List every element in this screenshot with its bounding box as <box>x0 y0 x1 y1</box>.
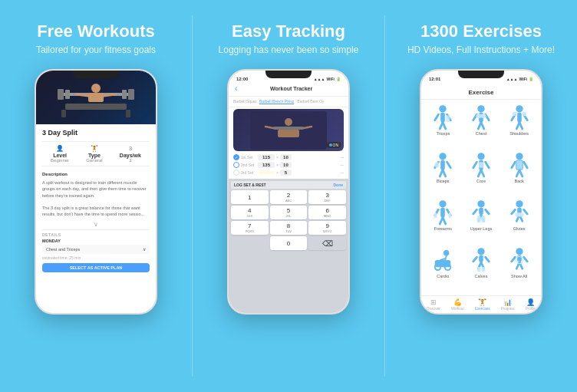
key-9[interactable]: 9WXYZ <box>308 221 346 235</box>
svg-line-67 <box>443 218 446 224</box>
svg-rect-1 <box>61 110 66 117</box>
glutes-label: Glutes <box>513 226 526 231</box>
tab-progress[interactable]: 📊 Progress <box>501 298 515 311</box>
key-5[interactable]: 5JKL <box>270 206 308 219</box>
panel2-subtitle: Logging has never been so simple <box>219 44 359 55</box>
easy-tracking-panel: Easy Tracking Logging has never been so … <box>193 0 384 392</box>
set3-weight[interactable] <box>258 171 275 174</box>
chevron-down-icon[interactable]: ∨ <box>42 221 150 228</box>
day-sub-text: estimated time: 25 min <box>42 255 150 260</box>
svg-point-62 <box>440 200 447 207</box>
keypad-grid: 1 2ABC 3DEF 4GHI 5JKL 6MNO 7PQRS 8TUV 9W… <box>231 190 346 250</box>
bench-press-graphic <box>36 71 156 124</box>
keypad-header: LOG SET & REST Done <box>231 181 346 189</box>
tab-exercises[interactable]: 🏋 Exercises <box>475 298 490 311</box>
exercise-item-triceps[interactable]: Triceps <box>424 103 462 150</box>
phone2: 12:00 ▲▲▲ WiFi 🔋 ‹ Workout Tracker Barbe… <box>227 69 350 315</box>
key-6[interactable]: 6MNO <box>308 206 346 219</box>
exercise-item-cardio[interactable]: Cardio <box>424 245 462 292</box>
svg-line-80 <box>511 209 515 214</box>
svg-line-57 <box>511 162 515 167</box>
svg-point-41 <box>440 153 447 160</box>
exercise-item-chest[interactable]: Chest <box>463 103 500 150</box>
set2-rest: --- <box>340 163 344 167</box>
exercise-item-shoulders[interactable]: Shoulders <box>500 103 538 150</box>
svg-line-23 <box>443 123 446 129</box>
keypad-area: LOG SET & REST Done 1 2ABC 3DEF 4GHI 5JK… <box>229 179 348 313</box>
tab-bench[interactable]: Barbell Bench Press <box>259 99 294 104</box>
set2-weight[interactable]: 135 <box>258 162 275 168</box>
screen-title: Workout Tracker <box>240 86 342 91</box>
tab-bent[interactable]: Barbell Bent Ov <box>297 99 324 104</box>
exercise-item-back[interactable]: Back <box>500 150 538 197</box>
on-label: ON <box>333 143 339 147</box>
calves-label: Calves <box>475 274 488 278</box>
phone2-content: 12:00 ▲▲▲ WiFi 🔋 ‹ Workout Tracker Barbe… <box>229 71 348 313</box>
key-3[interactable]: 3DEF <box>308 190 346 204</box>
key-2[interactable]: 2ABC <box>270 190 308 204</box>
upper-legs-label: Upper Legs <box>470 226 492 231</box>
wifi-icon: WiFi <box>326 77 335 81</box>
svg-point-68 <box>434 212 437 218</box>
day-item[interactable]: Chest and Triceps ∨ <box>42 245 150 254</box>
svg-rect-0 <box>65 104 127 110</box>
battery-icon: 🔋 <box>336 77 341 81</box>
tab-discover[interactable]: ⊞ Discover <box>427 298 440 311</box>
signal-icon: ▲▲▲ <box>314 77 325 81</box>
bench-press-svg <box>50 74 142 120</box>
log-row-1: ✓ 1st Set 115 × 10 --- <box>233 154 344 160</box>
exercise-item-calves[interactable]: Calves <box>463 245 500 292</box>
phone3-wifi: WiFi <box>519 77 527 81</box>
keypad-done-button[interactable]: Done <box>334 183 344 187</box>
keypad-header-text: LOG SET & REST <box>234 183 266 187</box>
key-8[interactable]: 8TUV <box>270 221 308 235</box>
svg-point-89 <box>443 250 449 255</box>
svg-point-76 <box>476 216 481 222</box>
select-plan-button[interactable]: SELECT AS ACTIVE PLAN <box>42 263 150 272</box>
phone1-notch <box>73 71 119 78</box>
days-icon: 3 <box>129 145 132 152</box>
set3-reps[interactable]: 5 <box>280 170 292 176</box>
exercise-item-upper-legs[interactable]: Upper Legs <box>463 198 500 245</box>
cardio-icon <box>430 248 455 272</box>
key-1[interactable]: 1 <box>231 190 269 204</box>
svg-line-94 <box>473 257 477 262</box>
days-value: 3 <box>129 158 131 163</box>
svg-line-46 <box>443 170 446 176</box>
exercise-section-title: Exercise <box>421 83 541 100</box>
exercise-tabs: Barbell Squat Barbell Bench Press Barbel… <box>229 97 348 107</box>
tab-squat[interactable]: Barbell Squat <box>233 99 256 104</box>
set1-rest: --- <box>340 155 344 160</box>
key-backspace[interactable]: ⌫ <box>308 236 346 250</box>
chest-icon <box>469 105 493 130</box>
tab-profile[interactable]: 👤 Profile <box>526 298 536 311</box>
tab-workout[interactable]: 💪 Workout <box>451 298 464 311</box>
phone2-notch <box>265 71 312 78</box>
details-label: DETAILS <box>42 232 150 237</box>
level-icon: 👤 <box>56 145 64 152</box>
phone1-body: 3 Day Split 👤 Level Beginner 🏋 Type Gene… <box>36 124 156 313</box>
exercise-item-biceps[interactable]: Biceps <box>424 150 462 197</box>
set3-label: 3rd Set <box>241 170 256 175</box>
exercise-item-show-all[interactable]: + Show All <box>500 245 538 292</box>
biceps-icon <box>430 153 455 177</box>
exercise-item-core[interactable]: Core <box>463 150 500 197</box>
day-label: MONDAY <box>42 239 150 243</box>
key-0[interactable]: 0 <box>270 236 308 250</box>
key-4[interactable]: 4GHI <box>231 206 269 219</box>
svg-point-92 <box>477 248 484 255</box>
exercise-item-glutes[interactable]: Glutes <box>500 198 538 245</box>
exercise-item-forearms[interactable]: Forearms <box>424 198 462 245</box>
back-button[interactable]: ‹ <box>235 84 237 93</box>
set2-reps[interactable]: 10 <box>280 162 292 168</box>
phone3-content: 12:01 ▲▲▲ WiFi 🔋 Exercise <box>421 71 541 313</box>
set1-weight[interactable]: 115 <box>258 154 275 160</box>
key-7[interactable]: 7PQRS <box>231 221 269 235</box>
progress-label: Progress <box>501 307 515 311</box>
type-value: General <box>86 158 102 163</box>
set1-reps[interactable]: 10 <box>280 154 292 160</box>
svg-line-38 <box>519 123 523 129</box>
time-display: 12:00 <box>236 77 248 81</box>
exercises-panel: 1300 Exercises HD Videos, Full Instructi… <box>385 0 577 392</box>
svg-rect-17 <box>278 130 299 137</box>
